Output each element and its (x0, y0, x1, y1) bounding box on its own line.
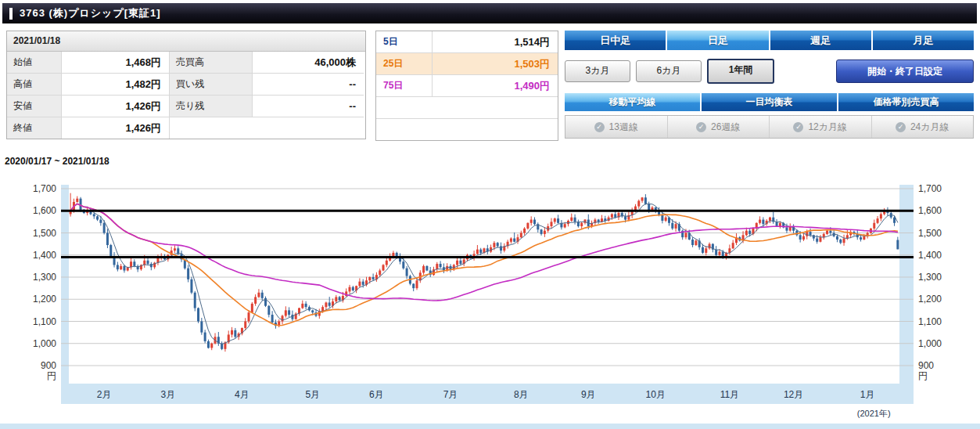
ma-empty-row (376, 97, 558, 119)
checkbox-24month-line[interactable]: 24カ月線 (871, 116, 974, 138)
candle-body (99, 220, 102, 223)
tab-daily[interactable]: 日足 (667, 31, 768, 50)
candle-body (816, 239, 818, 242)
candle-body (267, 306, 270, 315)
checkbox-13week-line[interactable]: 13週線 (565, 116, 667, 138)
candle-body (785, 227, 788, 230)
year-note: (2021年) (857, 409, 891, 418)
check-circle-icon (594, 122, 605, 132)
y-tick-left: 1,600 (33, 205, 56, 216)
candle-body (500, 246, 502, 251)
candle-body (210, 344, 213, 348)
candle-body (554, 218, 556, 222)
ma25-label: 25日 (376, 53, 433, 74)
candle-body (574, 218, 576, 222)
candle-body (860, 237, 862, 240)
title-bar: 3763 (株)プロシップ[東証1] (2, 3, 977, 23)
stock-chart-app: 3763 (株)プロシップ[東証1] 2021/01/18 始値 1,468円 … (0, 0, 980, 429)
candle-body (523, 229, 526, 233)
month-label: 2月 (97, 389, 112, 400)
candle-body (776, 222, 778, 226)
y-tick-right: 900 (918, 360, 934, 371)
check-circle-icon (793, 122, 803, 132)
check-circle-icon (696, 122, 706, 132)
y-tick-right: 1,300 (918, 272, 942, 283)
candle-body (510, 239, 512, 242)
checkbox-13week-label: 13週線 (609, 121, 638, 134)
candle-body (305, 304, 307, 307)
tab-volume-by-price[interactable]: 価格帯別売買高 (838, 93, 974, 111)
candle-body (251, 304, 253, 312)
quote-volume-label: 売買高 (170, 52, 253, 74)
candle-body (416, 280, 418, 288)
tab-monthly[interactable]: 月足 (873, 31, 974, 50)
chart-controls: 日中足 日足 週足 月足 3カ月 6カ月 1年間 開始・終了日設定 移動平均線 … (565, 31, 974, 139)
candle-body (120, 266, 122, 269)
candle-body (614, 214, 616, 217)
candle-body (392, 253, 394, 256)
bottom-strip (0, 424, 980, 429)
candle-body (533, 220, 536, 225)
ma-line-checkbox-bar: 13週線 26週線 12カ月線 24カ月線 (565, 115, 974, 139)
candle-body (103, 223, 106, 233)
y-axis-unit-left: 円 (47, 370, 56, 381)
title-accent-bar (9, 8, 13, 20)
tab-intraday[interactable]: 日中足 (565, 31, 666, 50)
candle-body (880, 214, 882, 218)
month-label: 7月 (443, 389, 458, 400)
candle-body (745, 231, 748, 236)
quote-volume-value: 46,000株 (253, 52, 364, 74)
candle-body (362, 282, 364, 285)
candle-body (271, 315, 274, 323)
quote-close-value: 1,426円 (62, 117, 170, 139)
quote-low-label: 安値 (7, 96, 62, 117)
date-range-settings-button[interactable]: 開始・終了日設定 (836, 59, 974, 83)
candle-body (513, 239, 515, 242)
y-tick-right: 1,400 (918, 250, 942, 261)
tab-moving-average[interactable]: 移動平均線 (565, 93, 700, 111)
candle-body (540, 229, 543, 234)
y-tick-left: 1,700 (33, 183, 56, 194)
tab-weekly[interactable]: 週足 (770, 31, 871, 50)
ma5-value: 1,514円 (433, 31, 558, 52)
candle-body (520, 233, 522, 238)
y-tick-right: 1,100 (918, 316, 942, 327)
period-3m-button[interactable]: 3カ月 (565, 60, 630, 82)
candle-body (174, 248, 176, 251)
y-tick-right: 1,200 (918, 294, 942, 305)
candle-body (661, 215, 663, 221)
month-label: 11月 (720, 389, 739, 400)
candle-body (665, 218, 667, 221)
candle-body (799, 235, 802, 240)
y-tick-left: 1,400 (33, 250, 56, 261)
candle-body (368, 277, 371, 280)
candle-body (702, 247, 704, 253)
month-label: 3月 (160, 389, 175, 400)
candle-body (644, 197, 647, 204)
candle-body (759, 220, 761, 223)
timeframe-tabs: 日中足 日足 週足 月足 (565, 31, 974, 50)
candle-body (691, 240, 694, 245)
period-6m-button[interactable]: 6カ月 (636, 60, 702, 82)
candle-body (826, 231, 828, 234)
candle-body (93, 214, 95, 216)
checkbox-26week-line[interactable]: 26週線 (667, 116, 770, 138)
checkbox-12month-line[interactable]: 12カ月線 (769, 116, 871, 138)
candle-body (479, 250, 482, 253)
candle-body (234, 330, 236, 337)
period-1y-button[interactable]: 1年間 (707, 59, 774, 84)
candle-body (732, 243, 734, 248)
candle-body (406, 269, 408, 276)
ma-empty-row (376, 119, 558, 140)
month-label: 5月 (305, 389, 320, 400)
candle-body (194, 293, 196, 308)
candle-body (412, 283, 415, 288)
price-chart-svg[interactable]: 1,7001,7001,6001,6001,5001,5001,4001,400… (0, 174, 980, 429)
candle-body (76, 199, 78, 202)
candle-body (637, 201, 640, 207)
candle-body (335, 297, 337, 301)
candle-body (282, 315, 284, 321)
ma25-value: 1,503円 (433, 53, 558, 74)
candle-body (248, 312, 250, 321)
tab-ichimoku[interactable]: 一目均衡表 (702, 93, 837, 111)
